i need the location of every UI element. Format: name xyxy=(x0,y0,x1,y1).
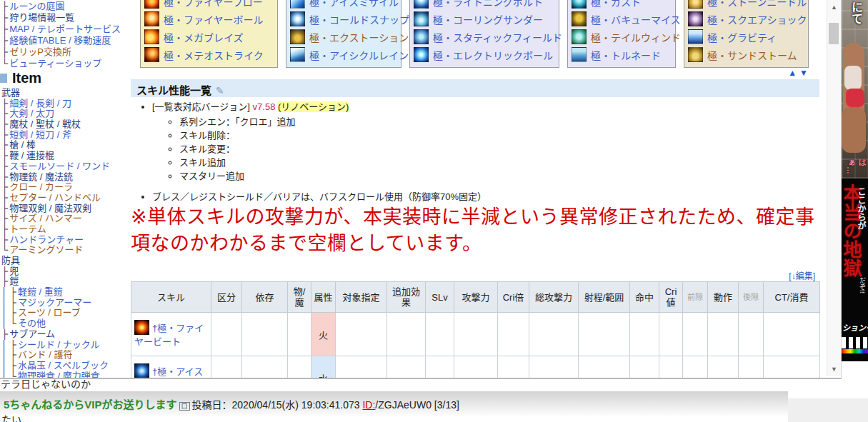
edit-link[interactable]: [↓編集] xyxy=(789,269,815,281)
sidebar-item[interactable]: ├スモールソード / ワンド xyxy=(1,161,130,172)
skill-link[interactable]: 極・グラビティ xyxy=(688,28,803,46)
sidebar-item[interactable]: │ ├シールド / ナックル xyxy=(1,340,130,351)
tree-branch-icon: ├ xyxy=(1,140,8,150)
scroll-to-bottom-icon[interactable]: ▼ xyxy=(799,68,811,78)
empty-cell xyxy=(630,356,659,380)
sidebar-item[interactable]: ├鎧 xyxy=(1,276,130,287)
tailwind-icon xyxy=(572,29,587,44)
sidebar-item[interactable]: ├セプター / ハンドベル xyxy=(1,193,130,204)
skill-link[interactable]: 極・ファイヤーブロー xyxy=(144,0,272,10)
column-header: 射程/範囲 xyxy=(579,282,630,313)
skill-link[interactable]: 極・アイスミサイル xyxy=(290,0,396,10)
skill-link[interactable]: 極・テイルウィンド xyxy=(572,28,670,46)
stone-needle-icon xyxy=(688,0,703,9)
sidebar-item-label: スモールソード / ワンド xyxy=(9,161,110,171)
sidebar-item[interactable]: ├魔杖 / 聖杖 / 戦杖 xyxy=(1,119,130,130)
sidebar-item[interactable]: ├鞭 / 連接棍 xyxy=(1,151,130,161)
skill-link[interactable]: 極・メテオストライク xyxy=(144,46,272,64)
empty-cell xyxy=(211,356,242,380)
skill-table-header-row: スキル区分依存物/魔属性対象指定追加効果SLv攻撃力Cri倍総攻撃力射程/範囲命… xyxy=(131,282,820,313)
section-header: スキル性能一覧✎ xyxy=(131,79,819,97)
empty-cell xyxy=(708,356,739,380)
sidebar-item[interactable]: ├ルーンの庭園 xyxy=(1,1,130,12)
sidebar-item[interactable]: │ ├バンド / 護符 xyxy=(1,350,130,361)
sandstorm-icon xyxy=(688,47,703,62)
skill-link[interactable]: 極・コールドスナップ xyxy=(290,10,396,28)
skill-row-link[interactable]: †極・アイスビート xyxy=(134,366,203,379)
sidebar-item[interactable]: │ ├水晶玉 / スペルブック xyxy=(1,361,130,371)
post-id-link[interactable]: ID: xyxy=(362,399,375,411)
empty-cell xyxy=(288,356,311,380)
sidebar-item[interactable]: │ ├スーツ / ローブ xyxy=(1,308,130,318)
sidebar-item[interactable]: ├ハンドランチャー xyxy=(1,235,130,246)
skill-box-water: 極・アイスミサイル極・コールドスナップ極・エクストーション極・アイシクルレイン xyxy=(286,0,401,68)
page-scroll-arrows[interactable]: ▲▼ xyxy=(788,68,811,78)
sidebar-item[interactable]: ├物理双剣 / 魔法双剣 xyxy=(1,204,130,214)
edit-pencil-icon[interactable]: ✎ xyxy=(216,85,224,96)
sidebar-item[interactable]: ├狩り場情報一覧 xyxy=(1,12,130,24)
skill-link-label: 極・ライトニングボルト xyxy=(433,0,543,9)
vacuum-ice-icon xyxy=(572,11,587,26)
sidebar-item[interactable]: │ └その他 xyxy=(1,318,130,329)
sidebar-item[interactable]: ├MAP / テレポートサービス xyxy=(1,24,130,35)
sidebar-item[interactable]: └アーミングソード xyxy=(1,245,130,256)
sidebar-item[interactable]: └ビューティーショップ xyxy=(1,58,130,69)
sidebar-item[interactable]: ├物理銃 / 魔法銃 xyxy=(1,172,130,183)
skill-link-label: 極・エクストーション xyxy=(309,30,409,44)
sidebar-item[interactable]: ├細剣 / 長剣 / 刀 xyxy=(1,99,130,109)
column-header: SLv xyxy=(426,282,454,313)
sidebar-item[interactable]: ├大剣 / 太刀 xyxy=(1,109,130,119)
sidebar-item[interactable]: │ ├マジックアーマー xyxy=(1,298,130,308)
skill-link[interactable]: 極・ファイヤーボール xyxy=(144,10,272,28)
skill-link-label: 極・メテオストライク xyxy=(164,48,264,62)
sub-item: マスタリー追加 xyxy=(179,171,819,181)
skill-link[interactable]: 極・エクストーション xyxy=(290,28,396,46)
sidebar-item[interactable]: │ ├軽鎧 / 重鎧 xyxy=(1,287,130,298)
sidebar-item[interactable]: ├クロー / カーラ xyxy=(1,182,130,193)
sidebar-item[interactable]: ├ゼリッP交換所 xyxy=(1,46,130,58)
tree-branch-icon: │ ├ xyxy=(1,298,16,308)
skill-link[interactable]: 極・スクエアショック xyxy=(688,10,803,28)
skill-link[interactable]: 極・サンドストーム xyxy=(688,46,803,64)
sidebar-item[interactable]: ├槍 / 棒 xyxy=(1,140,130,151)
tree-branch-icon: │ ├ xyxy=(1,350,16,360)
sidebar-item-label: トーテム xyxy=(9,224,46,234)
ad-banner[interactable]: にて はぁ… 本当の地獄 ここからが だぞ!! ションゲ xyxy=(842,0,868,361)
skill-link[interactable]: 極・エレクトリックボール xyxy=(414,46,554,64)
scroll-to-top-icon[interactable]: ▲ xyxy=(788,68,799,78)
scrollbar-down-icon[interactable]: ▼ xyxy=(827,366,841,373)
sidebar-item[interactable]: ├兜 xyxy=(1,266,130,277)
empty-cell xyxy=(336,356,387,380)
skill-link[interactable]: 極・コーリングサンダー xyxy=(414,10,554,28)
tree-branch-icon: ├ xyxy=(1,119,8,129)
empty-cell xyxy=(579,356,630,380)
column-header: 対象指定 xyxy=(336,282,387,313)
sidebar-item[interactable]: ├トーテム xyxy=(1,224,130,235)
tree-branch-icon: │ ├ xyxy=(1,361,16,371)
post-date: 投稿日：2020/04/15(水) 19:03:41.073 xyxy=(192,399,360,411)
skill-link[interactable]: 極・スタティックフィールド xyxy=(414,28,554,46)
skill-link[interactable]: 極・ストーンニードル xyxy=(688,0,803,10)
skill-link[interactable]: 極・ガスト xyxy=(572,0,670,10)
empty-cell xyxy=(659,356,683,380)
sidebar-item[interactable]: ├サブアーム xyxy=(1,329,130,340)
scrollbar-up-icon[interactable]: ▲ xyxy=(827,4,841,11)
sidebar-item[interactable]: ├経験値TABLE / 移動速度 xyxy=(1,35,130,46)
skill-link-label: 極・サンドストーム xyxy=(707,48,797,62)
skill-link[interactable]: 極・ライトニングボルト xyxy=(414,0,554,10)
skill-link[interactable]: 極・バキューマイス xyxy=(572,10,670,28)
sidebar-item-label: ビューティーショップ xyxy=(9,58,101,69)
iframe-scrollbar[interactable]: ▲ ▼ xyxy=(827,0,841,376)
scrollbar-thumb[interactable] xyxy=(829,23,839,44)
sidebar-item[interactable]: ├サイズ / ハンマー xyxy=(1,213,130,224)
sidebar-item[interactable]: │ └物理弾倉 / 魔力弾倉 xyxy=(1,371,130,379)
page: ├ルーンの庭園├狩り場情報一覧├MAP / テレポートサービス├経験値TABLE… xyxy=(0,0,868,422)
skill-link[interactable]: 極・トルネード xyxy=(572,46,670,64)
sidebar-item-label: ルーンの庭園 xyxy=(9,1,64,11)
skill-row-link[interactable]: †極・ファイヤービート xyxy=(134,323,204,347)
sidebar-item-label: 物理銃 / 魔法銃 xyxy=(9,172,73,182)
sidebar-item[interactable]: ├短剣 / 短刀 / 斧 xyxy=(1,130,130,141)
skill-link[interactable]: 極・メガブレイズ xyxy=(144,28,272,46)
column-header: 後隙 xyxy=(739,282,764,313)
skill-link[interactable]: 極・アイシクルレイン xyxy=(290,46,396,64)
